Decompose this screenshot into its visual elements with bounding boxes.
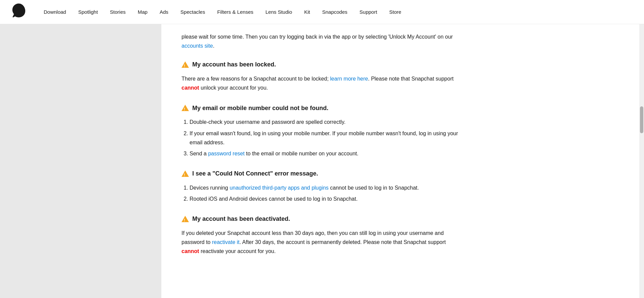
password-reset-link[interactable]: password reset: [208, 151, 245, 156]
email-item-3-before: Send a: [190, 151, 208, 156]
section-body-locked: There are a few reasons for a Snapchat a…: [182, 74, 464, 92]
nav-link[interactable]: Snapcodes: [316, 5, 354, 19]
nav-item: Ads: [154, 5, 174, 19]
third-party-apps-link[interactable]: unauthorized third-party apps and plugin…: [230, 185, 328, 191]
cannot-text-locked: cannot: [182, 85, 199, 91]
section-heading-deactivated: My account has been deactivated.: [182, 214, 464, 224]
warning-triangle-email: [182, 105, 189, 111]
email-item-3-after: to the email or mobile number on your ac…: [245, 151, 359, 156]
section-locked: My account has been locked. There are a …: [182, 60, 464, 92]
nav-link[interactable]: Kit: [298, 5, 316, 19]
warning-icon-locked: [182, 61, 189, 68]
nav-logo[interactable]: [11, 3, 38, 21]
nav-link[interactable]: Spotlight: [72, 5, 104, 19]
section-title-connect: I see a "Could Not Connect" error messag…: [192, 169, 318, 179]
email-item-1: Double-check your username and password …: [190, 119, 346, 125]
sidebar: [0, 24, 161, 298]
warning-triangle-deactivated: [182, 216, 189, 222]
page-wrapper: please wait for some time. Then you can …: [0, 24, 644, 298]
nav-link[interactable]: Download: [38, 5, 72, 19]
list-item: If your email wasn't found, log in using…: [190, 129, 464, 147]
intro-text-before: please wait for some time. Then you can …: [182, 34, 453, 40]
nav-link[interactable]: Stories: [104, 5, 132, 19]
warning-icon-connect: [182, 170, 189, 177]
connect-item-1-before: Devices running: [190, 185, 230, 191]
reactivate-link[interactable]: reactivate it: [212, 239, 240, 245]
nav-item: Lens Studio: [259, 5, 298, 19]
deactivated-text-after: . After 30 days, the account is permanen…: [240, 239, 446, 245]
nav-link[interactable]: Filters & Lenses: [211, 5, 259, 19]
nav-link[interactable]: Lens Studio: [259, 5, 298, 19]
scrollbar-track[interactable]: [639, 24, 644, 298]
section-body-deactivated: If you deleted your Snapchat account les…: [182, 229, 464, 256]
cannot-text-deactivated: cannot: [182, 248, 199, 254]
section-could-not-connect: I see a "Could Not Connect" error messag…: [182, 169, 464, 203]
main-content: please wait for some time. Then you can …: [161, 24, 484, 298]
learn-more-link[interactable]: learn more here: [330, 76, 368, 82]
nav-item: Map: [132, 5, 154, 19]
nav-item: Kit: [298, 5, 316, 19]
section-title-locked: My account has been locked.: [192, 60, 276, 69]
nav-item: Stories: [104, 5, 132, 19]
intro-paragraph: please wait for some time. Then you can …: [182, 32, 464, 50]
warning-icon-email: [182, 104, 189, 112]
deactivated-text-end: reactivate your account for you.: [199, 248, 276, 254]
section-heading-email: My email or mobile number could not be f…: [182, 103, 464, 113]
connect-item-1-after: cannot be used to log in to Snapchat.: [329, 185, 419, 191]
email-list: Double-check your username and password …: [190, 117, 464, 158]
nav-item: Spectacles: [174, 5, 211, 19]
nav-item: Filters & Lenses: [211, 5, 259, 19]
section-heading-locked: My account has been locked.: [182, 60, 464, 69]
list-item: Rooted iOS and Android devices cannot be…: [190, 194, 464, 203]
nav-link[interactable]: Spectacles: [174, 5, 211, 19]
section-title-email: My email or mobile number could not be f…: [192, 103, 328, 113]
scrollbar-thumb[interactable]: [640, 106, 643, 133]
nav-links-list: DownloadSpotlightStoriesMapAdsSpectacles…: [38, 5, 407, 19]
nav-link[interactable]: Store: [383, 5, 407, 19]
nav-item: Support: [354, 5, 384, 19]
nav-item: Snapcodes: [316, 5, 354, 19]
nav-link[interactable]: Support: [354, 5, 384, 19]
nav-item: Download: [38, 5, 72, 19]
connect-list: Devices running unauthorized third-party…: [190, 183, 464, 203]
section-title-deactivated: My account has been deactivated.: [192, 214, 290, 224]
section-deactivated: My account has been deactivated. If you …: [182, 214, 464, 256]
connect-item-2: Rooted iOS and Android devices cannot be…: [190, 196, 358, 202]
nav-item: Spotlight: [72, 5, 104, 19]
intro-text-after: .: [213, 43, 214, 49]
main-navigation: DownloadSpotlightStoriesMapAdsSpectacles…: [0, 0, 644, 24]
list-item: Double-check your username and password …: [190, 117, 464, 127]
warning-triangle-locked: [182, 61, 189, 68]
section-heading-connect: I see a "Could Not Connect" error messag…: [182, 169, 464, 179]
warning-icon-deactivated: [182, 215, 189, 223]
locked-text-before: There are a few reasons for a Snapchat a…: [182, 76, 330, 82]
locked-text-end: unlock your account for you.: [199, 85, 268, 91]
nav-link[interactable]: Ads: [154, 5, 174, 19]
nav-item: Store: [383, 5, 407, 19]
accounts-site-link[interactable]: accounts site: [182, 43, 213, 49]
locked-text-after: . Please note that Snapchat support: [368, 76, 453, 82]
warning-triangle-connect: [182, 170, 189, 177]
nav-link[interactable]: Map: [132, 5, 154, 19]
email-item-2: If your email wasn't found, log in using…: [190, 131, 458, 145]
list-item: Send a password reset to the email or mo…: [190, 149, 464, 158]
section-email-not-found: My email or mobile number could not be f…: [182, 103, 464, 158]
list-item: Devices running unauthorized third-party…: [190, 183, 464, 192]
